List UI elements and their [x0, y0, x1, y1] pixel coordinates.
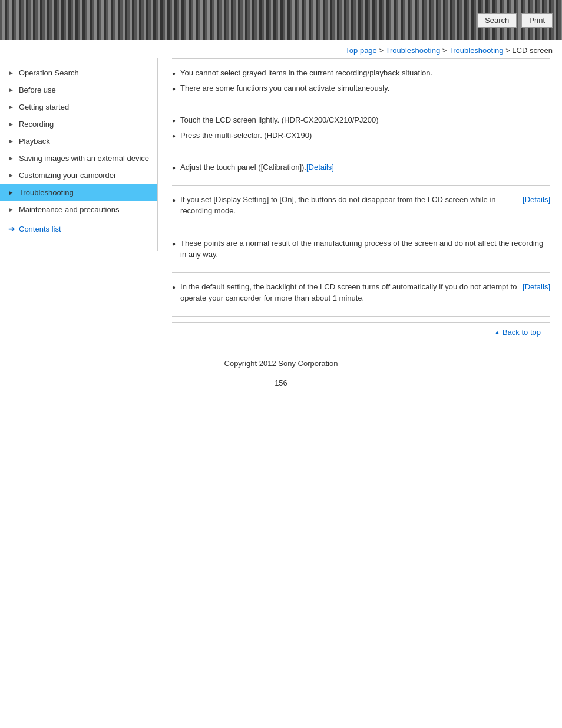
header: Search Print — [0, 0, 562, 40]
arrow-icon: ► — [8, 87, 14, 93]
arrow-icon: ► — [8, 138, 14, 144]
back-to-top-link[interactable]: Back to top — [494, 328, 541, 337]
sidebar-item-saving-images[interactable]: ► Saving images with an external device — [0, 150, 157, 167]
content-area: You cannot select grayed items in the cu… — [158, 58, 562, 353]
breadcrumb-troubleshooting-1[interactable]: Troubleshooting — [385, 46, 440, 55]
print-button[interactable]: Print — [521, 13, 553, 28]
main-layout: ► Operation Search ► Before use ► Gettin… — [0, 58, 562, 353]
details-link-backlight[interactable]: [Details] — [523, 281, 550, 293]
sidebar-item-label: Getting started — [19, 103, 151, 111]
bullet-list: These points are a normal result of the … — [172, 238, 550, 261]
arrow-icon: ► — [8, 206, 14, 213]
footer-bar: Back to top — [172, 322, 550, 341]
arrow-icon: ► — [8, 189, 14, 196]
section-display-setting: If you set [Display Setting] to [On], th… — [172, 186, 550, 229]
sidebar-item-label: Customizing your camcorder — [19, 171, 151, 180]
list-item: You cannot select grayed items in the cu… — [172, 67, 550, 79]
sidebar-item-operation-search[interactable]: ► Operation Search — [0, 64, 157, 81]
section-manufacturing: These points are a normal result of the … — [172, 229, 550, 273]
arrow-icon: ► — [8, 70, 14, 76]
bullet-list: Adjust the touch panel ([Calibration]). … — [172, 162, 550, 173]
sidebar-item-label: Recording — [19, 120, 151, 129]
section-touch-lcd: Touch the LCD screen lightly. (HDR-CX200… — [172, 106, 550, 153]
list-item: Touch the LCD screen lightly. (HDR-CX200… — [172, 114, 550, 126]
page-number: 156 — [0, 374, 562, 392]
sidebar-item-label: Operation Search — [19, 68, 151, 77]
list-item: In the default setting, the backlight of… — [172, 281, 550, 304]
sidebar-item-label: Troubleshooting — [19, 188, 151, 197]
list-item: These points are a normal result of the … — [172, 238, 550, 261]
arrow-icon: ► — [8, 104, 14, 110]
sidebar-item-troubleshooting[interactable]: ► Troubleshooting — [0, 184, 157, 201]
list-item: If you set [Display Setting] to [On], th… — [172, 194, 550, 217]
arrow-icon: ► — [8, 121, 14, 127]
details-link-calibration[interactable]: [Details] — [306, 162, 334, 173]
sidebar-item-label: Maintenance and precautions — [19, 205, 151, 214]
breadcrumb-top-page[interactable]: Top page — [345, 46, 377, 55]
sidebar-item-maintenance[interactable]: ► Maintenance and precautions — [0, 201, 157, 218]
bullet-list: You cannot select grayed items in the cu… — [172, 67, 550, 94]
list-item: There are some functions you cannot acti… — [172, 83, 550, 94]
sidebar-item-label: Before use — [19, 85, 151, 94]
sidebar-item-before-use[interactable]: ► Before use — [0, 81, 157, 98]
sidebar-item-label: Saving images with an external device — [19, 154, 151, 163]
bullet-list: If you set [Display Setting] to [On], th… — [172, 194, 550, 217]
sidebar-item-label: Playback — [19, 137, 151, 146]
bullet-list: Touch the LCD screen lightly. (HDR-CX200… — [172, 114, 550, 141]
bullet-list: In the default setting, the backlight of… — [172, 281, 550, 304]
contents-list-label: Contents list — [19, 225, 61, 233]
contents-list-link[interactable]: ➔ Contents list — [0, 218, 157, 239]
sidebar-item-recording[interactable]: ► Recording — [0, 116, 157, 133]
section-calibration: Adjust the touch panel ([Calibration]). … — [172, 153, 550, 186]
details-link-display[interactable]: [Details] — [523, 194, 550, 206]
arrow-icon: ► — [8, 172, 14, 179]
sidebar-item-playback[interactable]: ► Playback — [0, 133, 157, 150]
copyright: Copyright 2012 Sony Corporation — [0, 353, 562, 374]
sidebar-item-customizing[interactable]: ► Customizing your camcorder — [0, 167, 157, 184]
list-item: Adjust the touch panel ([Calibration]). … — [172, 162, 550, 173]
breadcrumb: Top page > Troubleshooting > Troubleshoo… — [0, 40, 562, 58]
search-button[interactable]: Search — [477, 13, 517, 28]
arrow-icon: ► — [8, 155, 14, 162]
sidebar-item-getting-started[interactable]: ► Getting started — [0, 98, 157, 116]
breadcrumb-troubleshooting-2[interactable]: Troubleshooting — [449, 46, 504, 55]
list-item: Press the multi-selector. (HDR-CX190) — [172, 130, 550, 141]
breadcrumb-current: LCD screen — [512, 46, 553, 55]
sidebar: ► Operation Search ► Before use ► Gettin… — [0, 58, 158, 251]
arrow-right-icon: ➔ — [8, 224, 15, 233]
section-backlight: In the default setting, the backlight of… — [172, 273, 550, 317]
section-grayed-items: You cannot select grayed items in the cu… — [172, 58, 550, 106]
